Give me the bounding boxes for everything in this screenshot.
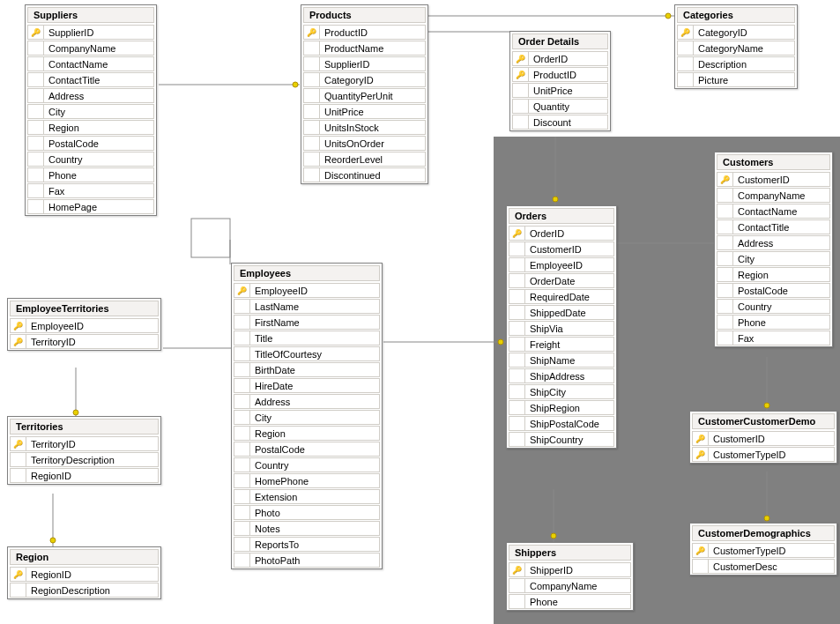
table-column[interactable]: Country: [27, 152, 154, 167]
table-column[interactable]: CompanyName: [509, 578, 631, 593]
table-column[interactable]: QuantityPerUnit: [303, 88, 426, 103]
table-column[interactable]: Quantity: [512, 99, 608, 114]
table-column[interactable]: PostalCode: [27, 136, 154, 151]
table-column[interactable]: Region: [717, 267, 830, 282]
table-column[interactable]: 🔑TerritoryID: [10, 436, 159, 451]
table-territories[interactable]: Territories🔑TerritoryIDTerritoryDescript…: [7, 416, 161, 485]
table-column[interactable]: Title: [234, 331, 380, 345]
table-column[interactable]: ContactName: [27, 56, 154, 71]
table-column[interactable]: UnitsInStock: [303, 120, 426, 135]
table-column[interactable]: HomePage: [27, 199, 154, 214]
table-column[interactable]: UnitsOnOrder: [303, 136, 426, 151]
table-column[interactable]: 🔑TerritoryID: [10, 334, 159, 349]
table-column[interactable]: 🔑SupplierID: [27, 25, 154, 40]
table-column[interactable]: City: [717, 251, 830, 266]
table-column[interactable]: ContactTitle: [717, 219, 830, 234]
table-column[interactable]: ShipAddress: [509, 368, 614, 383]
table-column[interactable]: UnitPrice: [303, 104, 426, 119]
table-column[interactable]: Phone: [509, 594, 631, 609]
table-column[interactable]: Discount: [512, 115, 608, 130]
table-column[interactable]: RegionID: [10, 468, 159, 483]
table-column[interactable]: Country: [717, 299, 830, 314]
table-column[interactable]: ShipCity: [509, 384, 614, 399]
table-column[interactable]: PhotoPath: [234, 553, 380, 568]
table-column[interactable]: Freight: [509, 337, 614, 352]
table-column[interactable]: ReorderLevel: [303, 152, 426, 167]
table-column[interactable]: PostalCode: [234, 442, 380, 457]
table-column[interactable]: 🔑EmployeeID: [10, 318, 159, 333]
table-column[interactable]: PostalCode: [717, 283, 830, 298]
table-column[interactable]: CustomerID: [509, 241, 614, 256]
table-column[interactable]: ShipName: [509, 353, 614, 368]
table-column[interactable]: ShippedDate: [509, 305, 614, 320]
table-column[interactable]: CustomerDesc: [692, 559, 835, 574]
table-column[interactable]: 🔑CategoryID: [677, 25, 795, 40]
table-column[interactable]: 🔑EmployeeID: [234, 283, 380, 298]
table-column[interactable]: TerritoryDescription: [10, 452, 159, 467]
table-column[interactable]: 🔑CustomerID: [692, 431, 835, 446]
table-column[interactable]: 🔑ShipperID: [509, 562, 631, 577]
table-column[interactable]: Extension: [234, 489, 380, 504]
table-column[interactable]: ShipRegion: [509, 400, 614, 415]
table-column[interactable]: CompanyName: [27, 41, 154, 56]
table-customerdemographics[interactable]: CustomerDemographics🔑CustomerTypeIDCusto…: [689, 523, 837, 576]
table-orders[interactable]: Orders🔑OrderIDCustomerIDEmployeeIDOrderD…: [506, 205, 617, 449]
table-column[interactable]: Phone: [27, 167, 154, 182]
table-suppliers[interactable]: Suppliers🔑SupplierIDCompanyNameContactNa…: [25, 4, 157, 216]
table-products[interactable]: Products🔑ProductIDProductNameSupplierIDC…: [301, 4, 428, 184]
table-column[interactable]: CategoryName: [677, 41, 795, 56]
table-column[interactable]: 🔑CustomerTypeID: [692, 543, 835, 558]
table-column[interactable]: ShipCountry: [509, 432, 614, 447]
table-column[interactable]: RegionDescription: [10, 583, 159, 598]
table-column[interactable]: Fax: [27, 183, 154, 198]
table-column[interactable]: Region: [27, 120, 154, 135]
table-column[interactable]: OrderDate: [509, 273, 614, 288]
table-column[interactable]: LastName: [234, 299, 380, 314]
table-column[interactable]: Photo: [234, 505, 380, 520]
table-column[interactable]: Picture: [677, 72, 795, 87]
table-column[interactable]: Description: [677, 56, 795, 71]
table-column[interactable]: Address: [717, 235, 830, 250]
table-column[interactable]: Phone: [717, 315, 830, 330]
table-column[interactable]: Discontinued: [303, 167, 426, 182]
table-column[interactable]: TitleOfCourtesy: [234, 346, 380, 361]
table-column[interactable]: 🔑CustomerTypeID: [692, 447, 835, 462]
table-region[interactable]: Region🔑RegionIDRegionDescription: [7, 546, 161, 599]
table-column[interactable]: ShipVia: [509, 321, 614, 336]
table-column[interactable]: 🔑ProductID: [512, 67, 608, 82]
table-categories[interactable]: Categories🔑CategoryIDCategoryNameDescrip…: [674, 4, 798, 89]
table-column[interactable]: Fax: [717, 331, 830, 345]
table-column[interactable]: CategoryID: [303, 72, 426, 87]
table-column[interactable]: 🔑ProductID: [303, 25, 426, 40]
table-column[interactable]: ContactTitle: [27, 72, 154, 87]
table-column[interactable]: CompanyName: [717, 188, 830, 203]
table-column[interactable]: Country: [234, 457, 380, 472]
table-column[interactable]: BirthDate: [234, 362, 380, 377]
table-column[interactable]: 🔑RegionID: [10, 567, 159, 582]
table-column[interactable]: Region: [234, 426, 380, 441]
table-column[interactable]: Address: [27, 88, 154, 103]
table-column[interactable]: SupplierID: [303, 56, 426, 71]
table-column[interactable]: UnitPrice: [512, 83, 608, 98]
table-column[interactable]: HomePhone: [234, 473, 380, 488]
table-column[interactable]: 🔑OrderID: [512, 51, 608, 66]
table-column[interactable]: Address: [234, 394, 380, 409]
table-column[interactable]: City: [27, 104, 154, 119]
table-column[interactable]: ContactName: [717, 204, 830, 219]
table-column[interactable]: ProductName: [303, 41, 426, 56]
table-shippers[interactable]: Shippers🔑ShipperIDCompanyNamePhone: [506, 542, 634, 611]
table-customercustomerdemo[interactable]: CustomerCustomerDemo🔑CustomerID🔑Customer…: [689, 411, 837, 464]
table-column[interactable]: FirstName: [234, 315, 380, 330]
table-orderdetails[interactable]: Order Details🔑OrderID🔑ProductIDUnitPrice…: [509, 31, 611, 131]
table-column[interactable]: 🔑CustomerID: [717, 172, 830, 187]
table-column[interactable]: ShipPostalCode: [509, 416, 614, 431]
table-column[interactable]: Notes: [234, 521, 380, 536]
table-column[interactable]: EmployeeID: [509, 257, 614, 272]
table-column[interactable]: ReportsTo: [234, 537, 380, 552]
table-column[interactable]: City: [234, 410, 380, 425]
table-customers[interactable]: Customers🔑CustomerIDCompanyNameContactNa…: [714, 152, 833, 347]
table-column[interactable]: 🔑OrderID: [509, 226, 614, 241]
table-column[interactable]: RequiredDate: [509, 289, 614, 304]
table-column[interactable]: HireDate: [234, 378, 380, 393]
table-employees[interactable]: Employees🔑EmployeeIDLastNameFirstNameTit…: [231, 263, 383, 569]
